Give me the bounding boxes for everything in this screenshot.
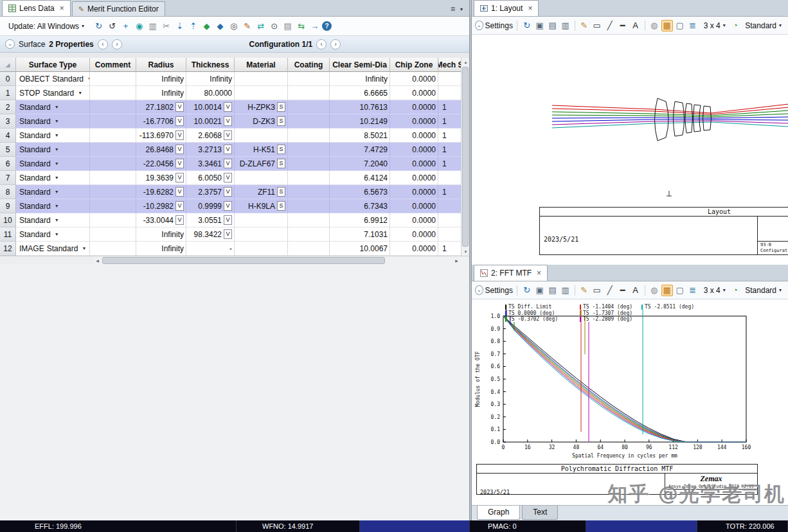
dropdown-arrow-icon[interactable]: ▼ [55, 175, 59, 180]
row-number[interactable]: 12 [0, 242, 16, 256]
scroll-up-icon[interactable]: ▲ [461, 58, 470, 66]
dash-tool-icon[interactable]: ━ [617, 285, 629, 296]
cell-coating[interactable] [288, 72, 330, 86]
print-icon[interactable]: ▥ [560, 20, 571, 31]
cell-thickness[interactable]: 80.0000 [186, 86, 235, 100]
cell-thickness[interactable]: - [186, 242, 235, 256]
cell-clear-semi-dia[interactable]: 6.9912 [330, 213, 390, 227]
cell-surface-type[interactable]: Standard▼ [16, 114, 90, 129]
cell-chip-zone[interactable]: 0.0000 [390, 171, 438, 185]
table-row[interactable]: 0OBJECTStandard▼InfinityInfinityInfinity… [0, 72, 461, 86]
cell-radius[interactable]: Infinity [136, 227, 186, 242]
cell-surface-type[interactable]: OBJECTStandard▼ [16, 72, 90, 86]
next-surface-button[interactable]: › [112, 39, 122, 49]
rectangle-tool-icon[interactable]: ▭ [591, 285, 603, 296]
cell-mech-semi-dia[interactable] [438, 86, 461, 100]
cell-surface-type[interactable]: IMAGEStandard▼ [16, 242, 90, 256]
lamp-icon[interactable]: ◍ [649, 20, 660, 31]
cell-surface-type[interactable]: Standard▼ [16, 157, 90, 171]
dropdown-arrow-icon[interactable]: ▼ [55, 161, 59, 166]
column-header[interactable]: Chip Zone [390, 58, 438, 72]
table-row[interactable]: 11Standard▼Infinity98.3422V7.10310.0000 [0, 227, 461, 242]
cell-thickness[interactable]: 2.3757V [186, 185, 235, 199]
cell-mech-semi-dia[interactable] [438, 72, 461, 86]
column-header[interactable]: Material [235, 58, 288, 72]
swap-icon[interactable]: ⇄ [255, 21, 267, 32]
print-icon[interactable]: ▥ [560, 285, 571, 296]
cell-coating[interactable] [288, 129, 330, 143]
cell-mech-semi-dia[interactable]: 1 [438, 114, 461, 129]
cell-thickness[interactable]: 10.0021V [186, 114, 235, 129]
table-row[interactable]: 1STOPStandard▼Infinity80.00006.66650.000… [0, 86, 461, 100]
window-icon[interactable]: ▢ [674, 285, 686, 296]
row-number[interactable]: 8 [0, 185, 16, 199]
pencil-red-icon[interactable]: ✎ [241, 21, 253, 32]
cell-material[interactable]: H-K51S [235, 143, 288, 157]
cell-chip-zone[interactable]: 0.0000 [390, 157, 438, 171]
cell-comment[interactable] [90, 227, 136, 242]
cell-comment[interactable] [90, 143, 136, 157]
cell-mech-semi-dia[interactable]: 1 [438, 100, 461, 114]
table-row[interactable]: 5Standard▼26.8468V3.2713VH-K51S7.47290.0… [0, 143, 461, 157]
column-header[interactable]: Radius [136, 58, 186, 72]
pencil-icon[interactable]: ✎ [578, 285, 590, 296]
pencil-icon[interactable]: ✎ [578, 20, 590, 31]
row-number[interactable]: 0 [0, 72, 16, 86]
settings-collapse-icon[interactable]: ⌄ [475, 285, 483, 295]
tab-fft-mtf[interactable]: 2: FFT MTF × [474, 265, 548, 281]
row-number[interactable]: 2 [0, 100, 16, 114]
copy-icon[interactable]: ▣ [534, 285, 546, 296]
scrollbar-thumb[interactable] [462, 67, 469, 247]
solve-flag[interactable]: V [224, 187, 232, 197]
cell-material[interactable]: H-ZPK3S [235, 100, 288, 114]
cell-coating[interactable] [288, 199, 330, 213]
standard-dropdown[interactable]: Standard ▾ [742, 285, 785, 296]
grid-size-dropdown[interactable]: 3 x 4 ▾ [701, 21, 729, 31]
table-row[interactable]: 3Standard▼-16.7706V10.0021VD-ZK3S10.2149… [0, 114, 461, 129]
solve-flag[interactable]: V [224, 102, 232, 112]
row-number[interactable]: 10 [0, 213, 16, 227]
clock-icon[interactable]: ◔ [731, 20, 740, 31]
solve-flag[interactable]: S [277, 187, 285, 197]
dropdown-arrow-icon[interactable]: ▼ [78, 91, 82, 95]
cell-comment[interactable] [90, 242, 136, 256]
window-icon[interactable]: ▢ [674, 20, 686, 31]
table-row[interactable]: 10Standard▼-33.0044V3.0551V6.99120.0000 [0, 213, 461, 227]
text-tool-icon[interactable]: A [630, 285, 641, 296]
table-row[interactable]: 7Standard▼19.3639V6.0050V6.41240.0000 [0, 171, 461, 185]
update-icon[interactable]: ↺ [106, 21, 118, 32]
cell-material[interactable]: D-ZLAF67S [235, 157, 288, 171]
cell-chip-zone[interactable]: 0.0000 [390, 242, 438, 256]
refresh-icon[interactable]: ↻ [521, 20, 533, 31]
layers-icon[interactable]: ≣ [687, 20, 699, 31]
lamp-icon[interactable]: ◍ [649, 285, 660, 296]
update-mode-dropdown[interactable]: Update: All Windows ▾ [5, 21, 87, 31]
scroll-left-icon[interactable]: ◀ [93, 256, 102, 265]
cell-coating[interactable] [288, 227, 330, 242]
solve-flag[interactable]: V [224, 130, 232, 140]
column-header[interactable]: Thickness [186, 58, 235, 72]
scroll-right-icon[interactable]: ▶ [452, 256, 461, 265]
cell-material[interactable] [235, 213, 288, 227]
solve-flag[interactable]: V [175, 187, 184, 197]
cell-comment[interactable] [90, 86, 136, 100]
horizontal-scrollbar[interactable]: ◀ ▶ [93, 256, 469, 265]
save-image-icon[interactable]: ▤ [547, 20, 559, 31]
solve-flag[interactable]: V [224, 201, 232, 211]
cell-mech-semi-dia[interactable]: 1 [438, 242, 461, 256]
cell-radius[interactable]: 19.3639V [136, 171, 186, 185]
tab-merit-function-editor[interactable]: ✎ Merit Function Editor [72, 1, 165, 16]
cell-thickness[interactable]: 6.0050V [186, 171, 235, 185]
solve-flag[interactable]: S [277, 116, 285, 126]
cell-surface-type[interactable]: Standard▼ [16, 171, 90, 185]
cell-coating[interactable] [288, 185, 330, 199]
cell-material[interactable] [235, 86, 288, 100]
vertical-scrollbar[interactable]: ▲ ▼ [461, 58, 469, 256]
row-number[interactable]: 1 [0, 86, 16, 100]
cell-mech-semi-dia[interactable]: 1 [438, 143, 461, 157]
cell-material[interactable] [235, 242, 288, 256]
cell-mech-semi-dia[interactable] [438, 213, 461, 227]
toggle-icon[interactable]: ⊙ [268, 21, 280, 32]
column-header[interactable]: Coating [288, 58, 330, 72]
sheet-icon[interactable]: ▤ [282, 21, 294, 32]
